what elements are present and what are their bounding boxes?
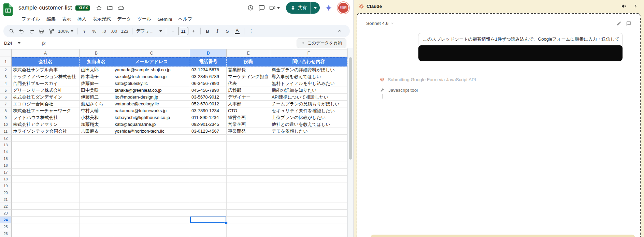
more-formats-button[interactable]: 123 xyxy=(119,26,130,36)
cell-D15[interactable] xyxy=(190,155,227,162)
cell-F13[interactable] xyxy=(270,142,347,148)
cell-A24[interactable] xyxy=(12,217,80,223)
cell-B15[interactable] xyxy=(80,155,113,162)
cell-F16[interactable] xyxy=(270,162,347,169)
cell-E10[interactable]: 営業企画 xyxy=(227,121,270,128)
menu-gemini[interactable]: Gemini xyxy=(155,15,175,23)
font-select[interactable]: デフォ... xyxy=(134,26,164,36)
collapse-panel-icon[interactable] xyxy=(631,2,640,11)
row-header-2[interactable]: 2 xyxy=(0,66,12,73)
cell-F2[interactable]: 料金プランの詳細資料がほしい xyxy=(270,66,347,73)
cell-D6[interactable]: 03-5678-9012 xyxy=(190,94,227,101)
cell-B16[interactable] xyxy=(80,162,113,169)
version-history-icon[interactable] xyxy=(245,2,256,13)
cell-E26[interactable] xyxy=(227,230,270,237)
cell-A12[interactable] xyxy=(12,135,80,142)
menu-edit[interactable]: 編集 xyxy=(43,15,59,24)
summarize-data-button[interactable]: このデータを要約 xyxy=(297,38,346,48)
toolbar-more-button[interactable]: ⋮ xyxy=(246,26,256,36)
cell-C9[interactable]: kobayashi@lighthouse.co.jp xyxy=(113,114,190,121)
font-size-input[interactable]: 11 xyxy=(178,27,188,35)
doc-title[interactable]: sample-customer-list xyxy=(18,4,72,11)
cell-C6[interactable]: ito@modern-design.jp xyxy=(113,94,190,101)
cell-F4[interactable]: 無料トライアルを申し込みたい xyxy=(270,80,347,87)
cell-A22[interactable] xyxy=(12,203,80,210)
row-header-16[interactable]: 16 xyxy=(0,162,12,169)
cell-D4[interactable]: 06-3456-7890 xyxy=(190,80,227,87)
cell-D17[interactable] xyxy=(190,169,227,176)
decrease-decimal-button[interactable]: .0 xyxy=(99,26,109,36)
cell-F14[interactable] xyxy=(270,148,347,155)
row-header-6[interactable]: 6 xyxy=(0,94,12,101)
cell-A6[interactable]: 株式会社モダンデザイン xyxy=(12,94,80,101)
paint-format-icon[interactable] xyxy=(46,26,56,36)
cell-C13[interactable] xyxy=(113,142,190,148)
cell-D19[interactable] xyxy=(190,182,227,189)
cell-B14[interactable] xyxy=(80,148,113,155)
row-header-25[interactable]: 25 xyxy=(0,223,12,230)
name-box[interactable]: D24 xyxy=(4,41,34,46)
cell-A26[interactable] xyxy=(12,230,80,237)
bold-button[interactable]: B xyxy=(203,26,212,36)
cell-E24[interactable] xyxy=(227,217,270,223)
cell-B19[interactable] xyxy=(80,182,113,189)
menu-help[interactable]: ヘルプ xyxy=(175,15,195,24)
row-header-24[interactable]: 24 xyxy=(0,217,12,223)
cell-F10[interactable]: 他社との違いを教えてほしい xyxy=(270,121,347,128)
cell-F20[interactable] xyxy=(270,189,347,196)
cell-C3[interactable]: suzuki@tech-innovation.jp xyxy=(113,73,190,80)
row-header-13[interactable]: 13 xyxy=(0,142,12,148)
cell-D25[interactable] xyxy=(190,223,227,230)
cell-D2[interactable]: 03-1234-5678 xyxy=(190,66,227,73)
cell-B20[interactable] xyxy=(80,189,113,196)
currency-format-button[interactable]: ¥ xyxy=(80,26,89,36)
cell-D10[interactable]: 092-901-2345 xyxy=(190,121,227,128)
cell-E23[interactable] xyxy=(227,210,270,217)
cell-B25[interactable] xyxy=(80,223,113,230)
percent-format-button[interactable]: % xyxy=(89,26,99,36)
row-header-22[interactable]: 22 xyxy=(0,203,12,210)
vertical-scrollbar[interactable] xyxy=(347,48,353,237)
row-header-26[interactable]: 26 xyxy=(0,230,12,237)
cell-D3[interactable]: 03-2345-6789 xyxy=(190,73,227,80)
cell-C7[interactable]: watanabe@ecology.llc xyxy=(113,101,190,107)
cell-E21[interactable] xyxy=(227,196,270,203)
cell-F23[interactable] xyxy=(270,210,347,217)
redo-icon[interactable] xyxy=(27,26,36,36)
cell-B13[interactable] xyxy=(80,142,113,148)
cell-E2[interactable]: 営業部長 xyxy=(227,66,270,73)
cell-F17[interactable] xyxy=(270,169,347,176)
cell-A19[interactable] xyxy=(12,182,80,189)
cell-C15[interactable] xyxy=(113,155,190,162)
column-header-C[interactable]: C xyxy=(113,49,190,57)
star-icon[interactable] xyxy=(94,2,104,13)
cell-A18[interactable] xyxy=(12,176,80,182)
cell-A20[interactable] xyxy=(12,189,80,196)
cell-F12[interactable] xyxy=(270,135,347,142)
cell-E17[interactable] xyxy=(227,169,270,176)
cell-B17[interactable] xyxy=(80,169,113,176)
cell-A23[interactable] xyxy=(12,210,80,217)
cell-D11[interactable]: 03-0123-4567 xyxy=(190,128,227,135)
cell-A2[interactable]: 株式会社サンプル商事 xyxy=(12,66,80,73)
cell-F15[interactable] xyxy=(270,155,347,162)
cell-F7[interactable]: チームプランの見積もりがほしい xyxy=(270,101,347,107)
mute-icon[interactable] xyxy=(619,2,628,11)
row-header-7[interactable]: 7 xyxy=(0,101,12,107)
cell-E18[interactable] xyxy=(227,176,270,182)
tool-call-row[interactable]: Javascript tool xyxy=(380,88,640,93)
cell-D1[interactable]: 電話番号 xyxy=(190,57,227,66)
search-icon[interactable] xyxy=(7,26,16,36)
cell-B9[interactable]: 小林美和 xyxy=(80,114,113,121)
cell-F1[interactable]: 問い合わせ内容 xyxy=(270,57,347,66)
menu-format[interactable]: 表示形式 xyxy=(89,15,114,24)
cell-B26[interactable] xyxy=(80,230,113,237)
cell-B18[interactable] xyxy=(80,176,113,182)
cell-F25[interactable] xyxy=(270,223,347,230)
cell-E13[interactable] xyxy=(227,142,270,148)
row-header-8[interactable]: 8 xyxy=(0,107,12,114)
cell-F5[interactable]: 機能の詳細を知りたい xyxy=(270,87,347,94)
cell-B7[interactable]: 渡辺さくら xyxy=(80,101,113,107)
cell-D9[interactable]: 011-890-1234 xyxy=(190,114,227,121)
cell-F9[interactable]: 上位プランの比較がしたい xyxy=(270,114,347,121)
